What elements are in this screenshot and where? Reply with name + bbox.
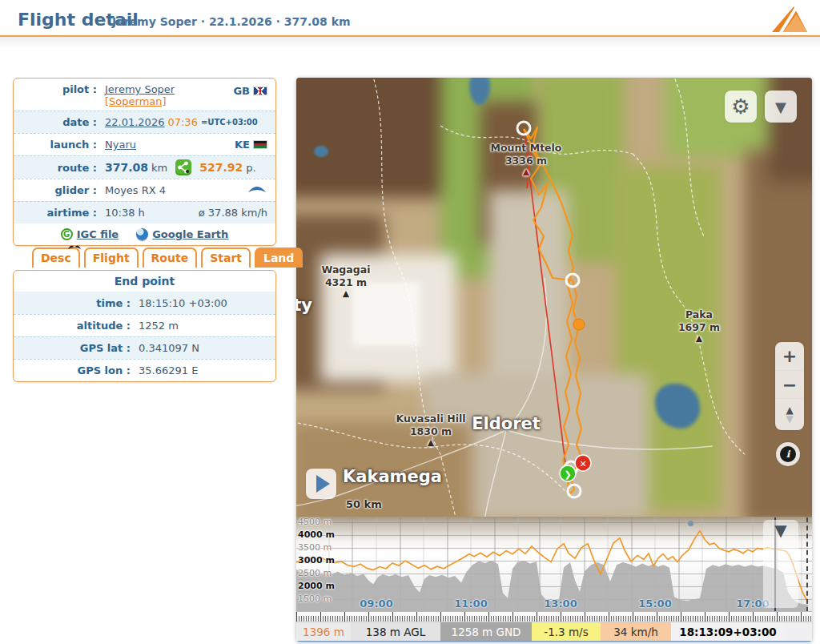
- boundary-line: [673, 78, 705, 238]
- row-pilot: pilot : Jeremy Soper [Soperman] GB: [14, 78, 275, 111]
- igc-file-link[interactable]: IGC file: [77, 228, 119, 240]
- flight-info-card: pilot : Jeremy Soper [Soperman] GB date …: [13, 78, 276, 246]
- endpoint-time-value: 18:15:10 +03:00: [139, 297, 267, 309]
- status-alt: 1396 m: [296, 622, 351, 641]
- row-date: date : 22.01.2026 07:36 =UTC+03:00: [14, 111, 275, 133]
- row-glider: glider : Moyes RX 4: [14, 179, 275, 201]
- glider-mini-icon: [67, 242, 82, 252]
- detail-tabs: Desc Flight Route Start Land: [32, 248, 303, 268]
- flight-end-line: [806, 517, 808, 611]
- chevron-down-icon: ▼: [775, 99, 786, 115]
- road-line: [384, 430, 506, 478]
- hang-glider-icon: [247, 184, 267, 196]
- start-arrow-icon: ❯: [564, 469, 571, 480]
- status-gnd: 1258 m GND: [440, 622, 532, 641]
- playback-button[interactable]: [306, 469, 336, 499]
- pilot-label: pilot :: [22, 83, 105, 95]
- map-layers-dropdown[interactable]: ▼: [765, 91, 797, 123]
- xcontest-logo-icon[interactable]: [769, 3, 810, 34]
- chart-marker-dot: [688, 521, 693, 526]
- route-label: route :: [22, 162, 105, 174]
- play-icon: [316, 475, 330, 493]
- launch-label: launch :: [22, 139, 105, 151]
- pilot-username-link[interactable]: [Soperman]: [105, 95, 167, 107]
- map-scale: 50 km: [346, 498, 382, 510]
- landing-x-icon: ✕: [579, 459, 586, 469]
- igc-icon: G: [61, 228, 73, 240]
- altitude-chart[interactable]: 4500 m4000 m3500 m3000 m2500 m2000 m1500…: [296, 517, 812, 611]
- row-launch: launch : Nyaru KE: [14, 133, 275, 155]
- airtime-value: 10:38 h: [105, 207, 145, 219]
- endpoint-lat-value: 0.341097 N: [139, 342, 267, 354]
- row-endpoint-gps-lon: GPS lon : 35.66291 E: [14, 359, 275, 381]
- date-link[interactable]: 22.01.2026: [105, 116, 164, 128]
- current-position-marker: [573, 319, 585, 330]
- header: Flight detail Jeremy Soper · 22.1.2026 ·…: [0, 0, 820, 35]
- timezone: =UTC+03:00: [201, 118, 258, 127]
- boundary-line: [633, 154, 745, 454]
- flight-detail-page: Flight detail Jeremy Soper · 22.1.2026 ·…: [0, 0, 820, 644]
- row-endpoint-time: time : 18:15:10 +03:00: [14, 292, 275, 314]
- gear-icon: ⚙: [731, 95, 750, 119]
- zoom-out-button[interactable]: −: [775, 370, 804, 398]
- status-speed: 34 km/h: [601, 622, 671, 641]
- route-distance: 377.08: [105, 161, 148, 174]
- handle-triangle-icon: ▼: [763, 520, 798, 541]
- tab-start[interactable]: Start: [201, 248, 251, 268]
- pan-down-icon: ▼: [786, 415, 793, 424]
- tab-route[interactable]: Route: [143, 248, 198, 268]
- row-route: route : 377.08 km 527.92 p.: [14, 155, 275, 179]
- map-zoom-control: + − ▲ ▼: [775, 342, 804, 430]
- endpoint-lon-value: 35.66291 E: [139, 364, 267, 376]
- glider-name: Moyes RX 4: [105, 184, 166, 196]
- header-fade: [0, 37, 820, 48]
- row-endpoint-altitude: altitude : 1252 m: [14, 314, 275, 336]
- google-earth-icon: [136, 228, 148, 240]
- pilot-country: GB: [233, 85, 267, 97]
- avg-speed: ø 37.88 km/h: [199, 207, 267, 219]
- google-earth-link[interactable]: Google Earth: [152, 228, 228, 240]
- terrain-profile-area: [296, 561, 808, 611]
- road-line: [506, 278, 547, 430]
- map-canvas[interactable]: ✕❯ ⚙ ▼ + − ▲ ▼ i 50 km Mount Mtelo3336 m…: [296, 78, 812, 517]
- glider-label: glider :: [22, 184, 105, 196]
- status-vario: -1.3 m/s: [532, 622, 601, 641]
- row-airtime: airtime : 10:38 h ø 37.88 km/h: [14, 201, 275, 223]
- endpoint-altitude-value: 1252 m: [139, 320, 267, 332]
- tab-flight[interactable]: Flight: [84, 248, 139, 268]
- tab-land[interactable]: Land: [255, 248, 303, 268]
- pan-control[interactable]: ▲ ▼: [775, 398, 804, 430]
- row-links: G IGC file Google Earth: [14, 223, 275, 245]
- status-time: 18:13:09+03:00: [671, 622, 785, 641]
- status-bar: 1396 m138 m AGL1258 m GND-1.3 m/s34 km/h…: [296, 622, 812, 641]
- status-agl: 138 m AGL: [351, 622, 440, 641]
- map-settings-button[interactable]: ⚙: [725, 91, 757, 123]
- road-line: [506, 430, 713, 449]
- end-point-card: End point time : 18:15:10 +03:00 altitud…: [13, 270, 276, 382]
- track-overlay: ✕❯: [296, 78, 812, 517]
- chart-scrub-handle[interactable]: ▼: [763, 520, 798, 608]
- gb-flag-icon: [253, 87, 267, 95]
- optimized-route-line: [524, 129, 566, 469]
- launch-link[interactable]: Nyaru: [105, 139, 136, 151]
- boundary-line: [372, 78, 456, 517]
- date-label: date :: [22, 116, 105, 128]
- page-subtitle: Jeremy Soper · 22.1.2026 · 377.08 km: [112, 15, 351, 28]
- info-icon: i: [780, 446, 796, 462]
- launch-country: KE: [235, 139, 267, 151]
- ke-flag-icon: [253, 140, 267, 149]
- boundary-line: [296, 422, 569, 494]
- airtime-label: airtime :: [22, 207, 105, 219]
- route-points: 527.92: [199, 161, 243, 174]
- zoom-in-button[interactable]: +: [775, 342, 804, 370]
- time-ruler: [296, 611, 812, 622]
- route-type-icon: [175, 159, 191, 175]
- row-endpoint-gps-lat: GPS lat : 0.341097 N: [14, 336, 275, 359]
- map-info-button[interactable]: i: [776, 442, 800, 466]
- start-time: 07:36: [167, 116, 197, 128]
- flight-view-panel: ✕❯ ⚙ ▼ + − ▲ ▼ i 50 km Mount Mtelo3336 m…: [296, 78, 812, 642]
- pilot-name-link[interactable]: Jeremy Soper: [105, 83, 175, 95]
- road-line: [484, 430, 506, 517]
- end-point-title: End point: [14, 271, 275, 292]
